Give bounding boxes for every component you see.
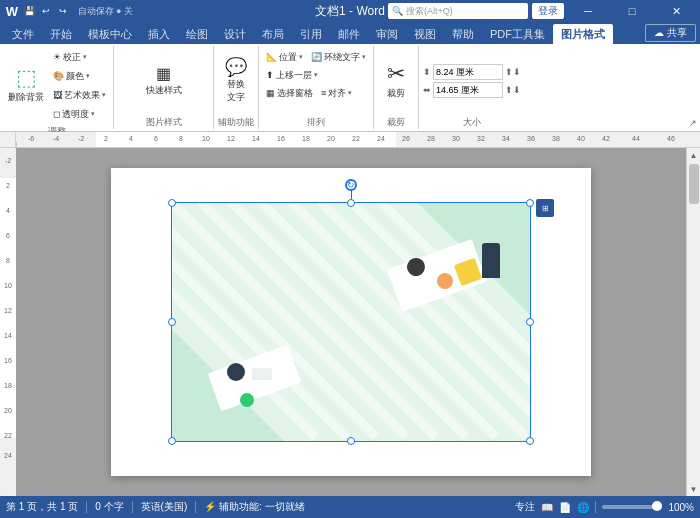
search-box[interactable]: 🔍 搜索(Alt+Q)	[388, 3, 528, 19]
handle-top-right[interactable]	[526, 199, 534, 207]
arrange-row2: ⬆ 上移一层▾	[263, 66, 369, 84]
position-button[interactable]: 📐 位置▾	[263, 48, 306, 66]
svg-text:-4: -4	[53, 135, 59, 142]
svg-text:16: 16	[4, 357, 12, 364]
height-input[interactable]	[433, 64, 503, 80]
zoom-thumb[interactable]	[652, 501, 662, 511]
artistic-effects-button[interactable]: 🖼 艺术效果▾	[50, 86, 109, 104]
scroll-thumb[interactable]	[689, 164, 699, 204]
handle-top-left[interactable]	[168, 199, 176, 207]
svg-text:-6: -6	[28, 135, 34, 142]
arrange-row1: 📐 位置▾ 🔄 环绕文字▾	[263, 48, 369, 66]
scroll-down-button[interactable]: ▼	[687, 482, 701, 496]
svg-text:4: 4	[129, 135, 133, 142]
crop-area: ✂ 裁剪	[378, 48, 414, 114]
align-button[interactable]: ≡ 对齐▾	[318, 84, 355, 102]
tab-insert[interactable]: 插入	[140, 24, 178, 44]
tab-template[interactable]: 模板中心	[80, 24, 140, 44]
handle-middle-right[interactable]	[526, 318, 534, 326]
vertical-scrollbar[interactable]: ▲ ▼	[686, 148, 700, 496]
minimize-button[interactable]: ─	[568, 0, 608, 22]
tab-references[interactable]: 引用	[292, 24, 330, 44]
page-info: 第 1 页，共 1 页	[6, 500, 78, 514]
svg-text:16: 16	[277, 135, 285, 142]
zoom-level[interactable]: 100%	[668, 502, 694, 513]
color-button[interactable]: 🎨 颜色▾	[50, 67, 109, 85]
handle-middle-left[interactable]	[168, 318, 176, 326]
handle-top-center[interactable]	[347, 199, 355, 207]
tab-review[interactable]: 审阅	[368, 24, 406, 44]
height-unit: ⬆⬇	[505, 67, 521, 77]
scroll-up-button[interactable]: ▲	[687, 148, 701, 162]
rotate-handle[interactable]: ↻	[345, 179, 357, 191]
word-logo-icon: W	[4, 3, 20, 19]
svg-text:6: 6	[154, 135, 158, 142]
color-icon: 🎨	[53, 71, 64, 81]
crop-button[interactable]: ✂ 裁剪	[378, 51, 414, 111]
tab-mail[interactable]: 邮件	[330, 24, 368, 44]
autosave-status[interactable]: ● 关	[116, 5, 133, 18]
tab-help[interactable]: 帮助	[444, 24, 482, 44]
handle-bottom-left[interactable]	[168, 437, 176, 445]
width-input[interactable]	[433, 82, 503, 98]
ribbon-tabs: 文件 开始 模板中心 插入 绘图 设计 布局 引用 邮件 审阅 视图 帮助 PD…	[0, 22, 700, 44]
view-mode-web[interactable]: 🌐	[577, 502, 589, 513]
layout-options-icon[interactable]: ⊞	[536, 199, 554, 217]
ruler-corner	[0, 132, 16, 148]
selected-image[interactable]: ↻ ⊞	[171, 202, 531, 442]
zoom-slider[interactable]	[602, 505, 662, 509]
status-sep-4	[595, 501, 596, 513]
ribbon-group-crop: ✂ 裁剪 裁剪	[374, 46, 419, 129]
redo-icon[interactable]: ↪	[55, 3, 71, 19]
svg-text:22: 22	[352, 135, 360, 142]
view-mode-print[interactable]: 📄	[559, 502, 571, 513]
svg-text:34: 34	[502, 135, 510, 142]
svg-text:14: 14	[252, 135, 260, 142]
size-expand-button[interactable]: ↗	[689, 118, 697, 128]
tab-design[interactable]: 设计	[216, 24, 254, 44]
svg-text:2: 2	[6, 182, 10, 189]
svg-text:12: 12	[227, 135, 235, 142]
selection-pane-button[interactable]: ▦ 选择窗格	[263, 84, 316, 102]
tab-layout[interactable]: 布局	[254, 24, 292, 44]
artistic-icon: 🖼	[53, 90, 62, 100]
close-button[interactable]: ✕	[656, 0, 696, 22]
view-mode-read[interactable]: 📖	[541, 502, 553, 513]
arrange-row3: ▦ 选择窗格 ≡ 对齐▾	[263, 84, 369, 102]
handle-bottom-right[interactable]	[526, 437, 534, 445]
save-icon[interactable]: 💾	[21, 3, 37, 19]
tab-home[interactable]: 开始	[42, 24, 80, 44]
accessibility-status[interactable]: ⚡ 辅助功能: 一切就绪	[204, 500, 304, 514]
quick-style-icon: ▦	[156, 66, 171, 82]
laptop	[252, 368, 272, 380]
language-status[interactable]: 英语(美国)	[141, 500, 188, 514]
ribbon-group-arrange: 📐 位置▾ 🔄 环绕文字▾ ⬆ 上移一层▾ ▦ 选择窗格 ≡ 对齐▾	[259, 46, 374, 129]
wrap-text-button[interactable]: 🔄 环绕文字▾	[308, 48, 369, 66]
height-row: ⬍ ⬆⬇	[423, 64, 521, 80]
position-icon: 📐	[266, 52, 277, 62]
svg-text:46: 46	[667, 135, 675, 142]
autosave-label: 自动保存	[78, 5, 114, 18]
tab-file[interactable]: 文件	[4, 24, 42, 44]
handle-bottom-center[interactable]	[347, 437, 355, 445]
login-button[interactable]: 登录	[532, 3, 564, 19]
bring-forward-button[interactable]: ⬆ 上移一层▾	[263, 66, 321, 84]
tab-picture-format[interactable]: 图片格式	[553, 24, 613, 44]
alt-text-button[interactable]: 💬 替换文字	[218, 51, 254, 111]
focus-button[interactable]: 专注	[515, 500, 535, 514]
remove-background-button[interactable]: ⬚ 删除背景	[4, 56, 48, 116]
share-button[interactable]: ☁ 共享	[645, 24, 696, 42]
svg-text:18: 18	[302, 135, 310, 142]
page-canvas: ↻ ⊞	[16, 148, 686, 496]
transparency-button[interactable]: ◻ 透明度▾	[50, 105, 109, 123]
crop-label: 裁剪	[378, 114, 414, 129]
ruler-v-svg: -2 2 4 6 8 10 12 14 16 18 20 22 24	[0, 148, 16, 496]
arrange-label: 排列	[263, 114, 369, 129]
quick-style-button[interactable]: ▦ 快速样式	[142, 51, 186, 111]
tab-view[interactable]: 视图	[406, 24, 444, 44]
tab-draw[interactable]: 绘图	[178, 24, 216, 44]
undo-icon[interactable]: ↩	[38, 3, 54, 19]
correct-button[interactable]: ☀ 校正▾	[50, 48, 109, 66]
tab-pdf[interactable]: PDF工具集	[482, 24, 553, 44]
restore-button[interactable]: □	[612, 0, 652, 22]
